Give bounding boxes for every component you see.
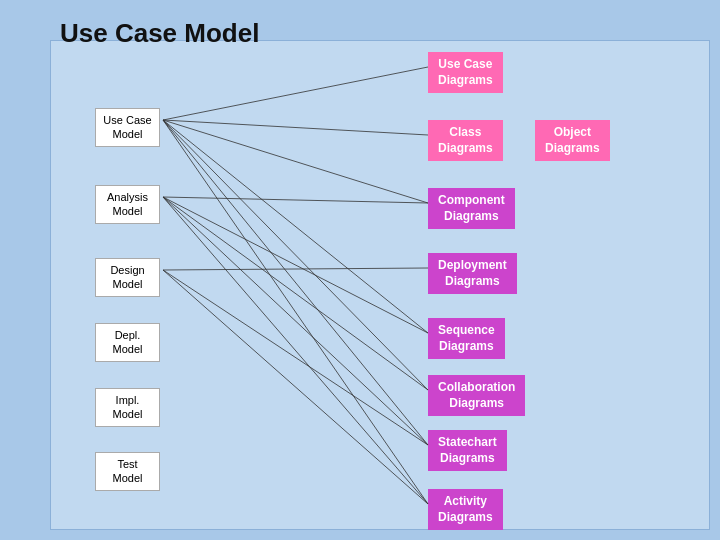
box-design: DesignModel (95, 258, 160, 297)
box-analysis: AnalysisModel (95, 185, 160, 224)
box-use-case-diag: Use CaseDiagrams (428, 52, 503, 93)
box-depl: Depl.Model (95, 323, 160, 362)
box-statechart-diag: StatechartDiagrams (428, 430, 507, 471)
box-sequence-diag: SequenceDiagrams (428, 318, 505, 359)
box-test: TestModel (95, 452, 160, 491)
box-component-diag: ComponentDiagrams (428, 188, 515, 229)
box-use-case: Use CaseModel (95, 108, 160, 147)
box-deployment-diag: DeploymentDiagrams (428, 253, 517, 294)
box-impl: Impl.Model (95, 388, 160, 427)
box-object-diag: ObjectDiagrams (535, 120, 610, 161)
box-collaboration-diag: CollaborationDiagrams (428, 375, 525, 416)
box-activity-diag: ActivityDiagrams (428, 489, 503, 530)
box-class-diag: ClassDiagrams (428, 120, 503, 161)
page-title: Use Case Model (60, 18, 259, 49)
